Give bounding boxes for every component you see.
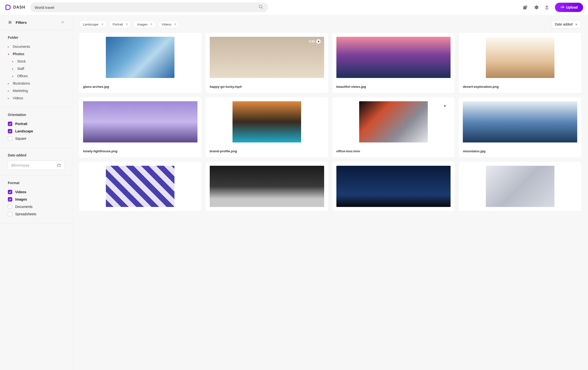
thumbnail	[206, 97, 328, 146]
checkbox-label: Spreadsheets	[15, 212, 36, 216]
filter-chip[interactable]: Images✕	[134, 21, 156, 28]
svg-line-1	[262, 8, 263, 9]
search-input[interactable]	[35, 5, 258, 10]
asset-card[interactable]	[332, 162, 455, 211]
filter-chip[interactable]: Videos✕	[158, 21, 180, 28]
asset-card[interactable]: 3:20office-tour.mov	[332, 97, 455, 157]
asset-card[interactable]: 3:20happy-go-lucky.mp4	[206, 33, 328, 93]
folder-item[interactable]: ▸Staff	[12, 65, 64, 72]
cloud-upload-icon	[560, 5, 564, 9]
caret-icon: ▸	[12, 60, 15, 63]
folder-heading: Folder	[8, 36, 64, 39]
folder-item[interactable]: ▸Offices	[12, 72, 64, 80]
format-section: Format VideosImagesDocumentsSpreadsheets	[0, 176, 72, 223]
checkbox-row[interactable]: Spreadsheets	[8, 210, 64, 218]
asset-card[interactable]: beautiful-views.jpg	[332, 33, 455, 93]
play-icon	[443, 104, 447, 108]
checkbox[interactable]	[8, 197, 12, 202]
checkbox[interactable]	[8, 136, 12, 141]
chip-remove-icon[interactable]: ✕	[101, 22, 104, 26]
account-icon[interactable]	[544, 5, 550, 10]
caret-icon: ▾	[8, 53, 10, 55]
checkbox-label: Videos	[15, 190, 26, 194]
folder-label: Videos	[13, 96, 23, 100]
folder-item[interactable]: ▸Documents	[8, 43, 64, 50]
asset-card[interactable]	[459, 162, 581, 211]
chevron-down-icon: ▼	[575, 23, 577, 26]
checkbox-row[interactable]: Videos	[8, 188, 64, 196]
checkbox[interactable]	[8, 212, 12, 216]
sidebar: Filters ✕ Folder ▸Documents▾Photos▸Stock…	[0, 15, 72, 370]
checkbox-row[interactable]: Landscape	[8, 128, 64, 135]
chip-remove-icon[interactable]: ✕	[125, 22, 128, 26]
checkbox-label: Images	[15, 197, 27, 201]
folder-item[interactable]: ▸Illustrations	[8, 80, 64, 87]
checkbox-row[interactable]: Documents	[8, 203, 64, 210]
search-icon[interactable]	[258, 4, 263, 10]
sort-button[interactable]: Date added ▼	[551, 20, 581, 28]
asset-filename: glass-arches.jpg	[79, 82, 201, 93]
folder-section: Folder ▸Documents▾Photos▸Stock▸Staff▸Off…	[0, 30, 72, 107]
filter-chip[interactable]: Portrait✕	[109, 21, 131, 28]
date-placeholder: dd/mm/yyyy	[11, 163, 29, 167]
thumbnail	[459, 97, 581, 146]
checkbox[interactable]	[8, 204, 12, 209]
checkbox-label: Portrait	[15, 122, 27, 126]
orientation-heading: Orientation	[8, 113, 64, 117]
svg-point-8	[9, 21, 10, 22]
asset-filename: beautiful-views.jpg	[332, 82, 455, 93]
folder-item[interactable]: ▸Marketing	[8, 87, 64, 94]
checkbox-row[interactable]: Portrait	[8, 120, 64, 128]
checkbox[interactable]	[8, 129, 12, 133]
asset-card[interactable]: brand-profile.png	[206, 97, 328, 157]
folder-label: Documents	[13, 45, 30, 49]
asset-card[interactable]: glass-arches.jpg	[79, 33, 201, 93]
collections-icon[interactable]	[523, 5, 528, 10]
asset-grid: glass-arches.jpg3:20happy-go-lucky.mp4be…	[79, 33, 581, 211]
chip-remove-icon[interactable]: ✕	[174, 22, 177, 26]
svg-point-4	[546, 6, 547, 7]
chip-label: Portrait	[113, 23, 123, 26]
date-section: Date added dd/mm/yyyy	[0, 148, 72, 176]
checkbox[interactable]	[8, 122, 12, 126]
date-input[interactable]: dd/mm/yyyy	[8, 161, 64, 170]
chip-label: Landscape	[83, 23, 98, 26]
asset-card[interactable]	[206, 162, 328, 211]
thumbnail	[459, 33, 581, 82]
folder-item[interactable]: ▸Stock	[12, 58, 64, 65]
chip-remove-icon[interactable]: ✕	[150, 22, 153, 26]
thumbnail	[332, 33, 455, 82]
folder-label: Stock	[17, 59, 26, 63]
folder-item[interactable]: ▸Videos	[8, 94, 64, 102]
logo[interactable]: DASH	[5, 4, 25, 11]
thumbnail	[332, 162, 455, 211]
filter-toolbar: Landscape✕Portrait✕Images✕Videos✕ Date a…	[79, 20, 581, 28]
filter-chip[interactable]: Landscape✕	[79, 21, 107, 28]
close-filters-icon[interactable]: ✕	[61, 20, 64, 25]
search-bar[interactable]	[30, 2, 268, 12]
chip-label: Videos	[162, 23, 172, 26]
checkbox-row[interactable]: Square	[8, 135, 64, 142]
folder-item[interactable]: ▾Photos	[8, 50, 64, 58]
svg-point-0	[259, 5, 262, 8]
checkbox[interactable]	[8, 190, 12, 194]
asset-filename: mountains.jpg	[459, 146, 581, 157]
checkbox-label: Landscape	[15, 129, 33, 133]
play-icon	[316, 39, 321, 44]
checkbox-row[interactable]: Images	[8, 196, 64, 203]
upload-button[interactable]: Upload	[555, 3, 583, 12]
asset-card[interactable]: lonely-lighthouse.png	[79, 97, 201, 157]
folder-label: Offices	[17, 74, 28, 78]
filters-title: Filters	[16, 20, 27, 25]
asset-card[interactable]	[79, 162, 201, 211]
asset-filename: happy-go-lucky.mp4	[206, 82, 328, 93]
asset-card[interactable]: mountains.jpg	[459, 97, 581, 157]
gear-icon[interactable]	[533, 5, 539, 10]
top-actions: Upload	[523, 3, 583, 12]
thumbnail: 3:20	[332, 97, 455, 146]
caret-icon: ▸	[12, 75, 15, 77]
sort-label: Date added	[555, 22, 573, 26]
asset-card[interactable]: desert-exploration.png	[459, 33, 581, 93]
folder-label: Marketing	[13, 89, 28, 93]
checkbox-label: Documents	[15, 205, 33, 209]
